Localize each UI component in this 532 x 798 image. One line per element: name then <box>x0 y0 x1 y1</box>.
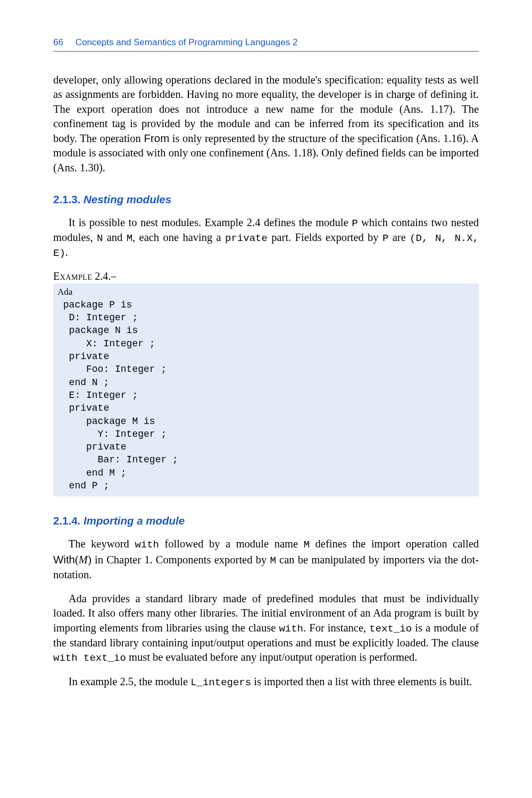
text: in Chapter 1. Components exported by <box>92 554 270 566</box>
math-M: M <box>79 554 88 566</box>
text: In example 2.5, the module <box>69 676 190 687</box>
text: defines the import operation called <box>310 538 479 550</box>
page-number: 66 <box>53 37 63 47</box>
text: . <box>65 246 68 258</box>
text: must be evaluated before any input/outpu… <box>126 651 418 663</box>
paragraph-import-2: Ada provides a standard library made of … <box>53 592 479 665</box>
text: and <box>103 231 126 243</box>
text: It is possible to nest modules. Example … <box>69 217 352 228</box>
section-title: Nesting modules <box>84 193 171 205</box>
example-label-24: Example 2.4.– <box>53 270 479 282</box>
operation-with: With <box>53 553 75 566</box>
module-M: M <box>127 232 132 244</box>
example-number: 2.4.– <box>92 270 116 282</box>
paren-close: ) <box>88 554 92 566</box>
clause-with-textio: with text_io <box>53 652 126 664</box>
text: are <box>388 231 410 243</box>
keyword-with: with <box>135 539 159 551</box>
paragraph-import-3: In example 2.5, the module L_integers is… <box>53 675 479 689</box>
module-N: N <box>97 232 103 244</box>
section-heading-213: 2.1.3. Nesting modules <box>53 193 479 206</box>
paragraph-nesting: It is possible to nest modules. Example … <box>53 215 479 261</box>
module-M: M <box>304 539 310 551</box>
paren-open: ( <box>75 554 79 566</box>
book-title: Concepts and Semantics of Programming La… <box>76 37 298 47</box>
text: The keyword <box>69 538 135 550</box>
paragraph-intro: developer, only allowing operations decl… <box>53 73 479 175</box>
keyword-with: with <box>279 623 303 635</box>
code-block-ada: Ada package P is D: Integer ; package N … <box>53 284 479 497</box>
operation-from: From <box>144 132 169 144</box>
running-header: 66 Concepts and Semantics of Programming… <box>53 37 479 52</box>
module-textio: text_io <box>369 623 412 635</box>
code-content: package P is D: Integer ; package N is X… <box>57 300 178 491</box>
module-P: P <box>352 218 358 229</box>
keyword-private: private <box>225 232 268 244</box>
section-heading-214: 2.1.4. Importing a module <box>53 514 479 527</box>
module-lintegers: L_integers <box>190 677 251 688</box>
paragraph-import-1: The keyword with followed by a module na… <box>53 537 479 582</box>
text: part. Fields exported by <box>268 231 383 243</box>
text: . For instance, <box>303 622 369 634</box>
example-word: Example <box>53 270 92 282</box>
text: , each one having a <box>132 231 225 243</box>
section-number: 2.1.4. <box>53 514 80 527</box>
text: followed by a module name <box>159 538 304 550</box>
module-P2: P <box>383 232 388 244</box>
section-number: 2.1.3. <box>53 193 80 205</box>
module-M2: M <box>270 555 276 567</box>
page: 66 Concepts and Semantics of Programming… <box>0 0 532 732</box>
text: is imported then a list with three eleme… <box>251 676 472 687</box>
code-language: Ada <box>57 287 72 297</box>
section-title: Importing a module <box>84 514 185 527</box>
